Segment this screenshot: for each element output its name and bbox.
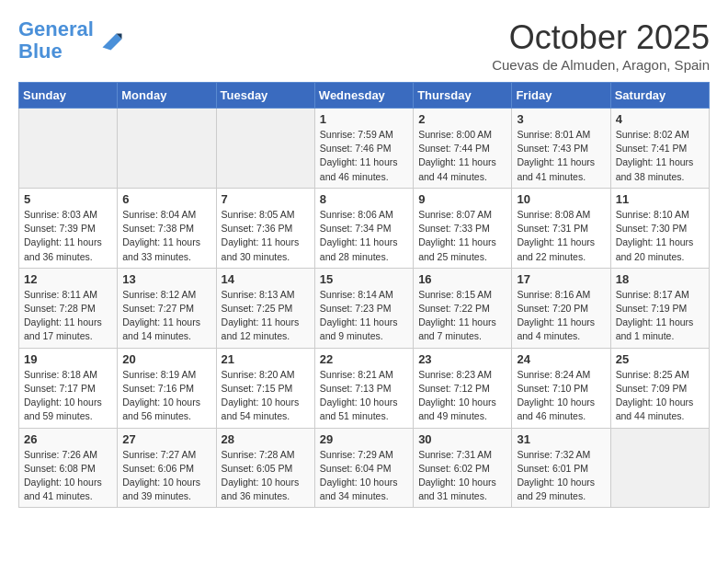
day-info: Sunrise: 7:59 AMSunset: 7:46 PMDaylight:…	[320, 128, 408, 184]
day-number: 20	[122, 352, 210, 366]
calendar-day-cell: 31Sunrise: 7:32 AMSunset: 6:01 PMDayligh…	[512, 428, 610, 508]
calendar-day-cell: 22Sunrise: 8:21 AMSunset: 7:13 PMDayligh…	[314, 348, 413, 428]
day-number: 4	[616, 112, 704, 126]
logo-icon	[96, 27, 123, 54]
calendar-body: 1Sunrise: 7:59 AMSunset: 7:46 PMDaylight…	[19, 109, 710, 508]
weekday-header-cell: Saturday	[610, 83, 709, 109]
day-info: Sunrise: 8:18 AMSunset: 7:17 PMDaylight:…	[24, 368, 112, 424]
day-number: 24	[517, 352, 605, 366]
location-subtitle: Cuevas de Almuden, Aragon, Spain	[492, 57, 710, 73]
calendar-day-cell	[610, 428, 709, 508]
day-info: Sunrise: 8:02 AMSunset: 7:41 PMDaylight:…	[616, 128, 704, 184]
weekday-header-cell: Wednesday	[314, 83, 413, 109]
day-info: Sunrise: 8:21 AMSunset: 7:13 PMDaylight:…	[320, 368, 408, 424]
day-number: 22	[320, 352, 408, 366]
day-number: 8	[320, 192, 408, 206]
day-number: 19	[24, 352, 112, 366]
calendar-day-cell: 5Sunrise: 8:03 AMSunset: 7:39 PMDaylight…	[19, 188, 118, 268]
weekday-header-row: SundayMondayTuesdayWednesdayThursdayFrid…	[19, 83, 710, 109]
day-number: 3	[517, 112, 605, 126]
day-info: Sunrise: 8:23 AMSunset: 7:12 PMDaylight:…	[418, 368, 506, 424]
day-info: Sunrise: 8:04 AMSunset: 7:38 PMDaylight:…	[122, 208, 210, 264]
calendar-week-row: 5Sunrise: 8:03 AMSunset: 7:39 PMDaylight…	[19, 188, 710, 268]
day-info: Sunrise: 8:17 AMSunset: 7:19 PMDaylight:…	[616, 288, 704, 344]
day-number: 26	[24, 432, 112, 446]
day-info: Sunrise: 7:28 AMSunset: 6:05 PMDaylight:…	[222, 448, 310, 504]
day-info: Sunrise: 8:24 AMSunset: 7:10 PMDaylight:…	[517, 368, 605, 424]
day-info: Sunrise: 8:14 AMSunset: 7:23 PMDaylight:…	[320, 288, 408, 344]
calendar-day-cell	[118, 109, 216, 189]
weekday-header-cell: Sunday	[19, 83, 118, 109]
day-info: Sunrise: 8:19 AMSunset: 7:16 PMDaylight:…	[122, 368, 210, 424]
day-info: Sunrise: 8:10 AMSunset: 7:30 PMDaylight:…	[616, 208, 704, 264]
day-info: Sunrise: 8:12 AMSunset: 7:27 PMDaylight:…	[122, 288, 210, 344]
calendar-week-row: 19Sunrise: 8:18 AMSunset: 7:17 PMDayligh…	[19, 348, 710, 428]
page-header: GeneralBlue October 2025 Cuevas de Almud…	[18, 18, 710, 73]
day-info: Sunrise: 8:03 AMSunset: 7:39 PMDaylight:…	[24, 208, 112, 264]
calendar-day-cell	[216, 109, 314, 189]
day-number: 23	[418, 352, 506, 366]
day-number: 9	[418, 192, 506, 206]
day-info: Sunrise: 8:05 AMSunset: 7:36 PMDaylight:…	[222, 208, 310, 264]
calendar-day-cell: 15Sunrise: 8:14 AMSunset: 7:23 PMDayligh…	[314, 268, 413, 348]
day-number: 14	[222, 272, 310, 286]
calendar-day-cell: 23Sunrise: 8:23 AMSunset: 7:12 PMDayligh…	[414, 348, 512, 428]
day-number: 17	[517, 272, 605, 286]
day-number: 7	[222, 192, 310, 206]
calendar-day-cell: 28Sunrise: 7:28 AMSunset: 6:05 PMDayligh…	[216, 428, 314, 508]
day-number: 30	[418, 432, 506, 446]
calendar-day-cell: 2Sunrise: 8:00 AMSunset: 7:44 PMDaylight…	[414, 109, 512, 189]
day-number: 28	[222, 432, 310, 446]
logo: GeneralBlue	[18, 18, 123, 63]
day-number: 5	[24, 192, 112, 206]
day-number: 13	[122, 272, 210, 286]
calendar-day-cell: 10Sunrise: 8:08 AMSunset: 7:31 PMDayligh…	[512, 188, 610, 268]
calendar-day-cell: 26Sunrise: 7:26 AMSunset: 6:08 PMDayligh…	[19, 428, 118, 508]
calendar-day-cell: 1Sunrise: 7:59 AMSunset: 7:46 PMDaylight…	[314, 109, 413, 189]
calendar-week-row: 12Sunrise: 8:11 AMSunset: 7:28 PMDayligh…	[19, 268, 710, 348]
day-info: Sunrise: 8:01 AMSunset: 7:43 PMDaylight:…	[517, 128, 605, 184]
calendar-day-cell: 13Sunrise: 8:12 AMSunset: 7:27 PMDayligh…	[118, 268, 216, 348]
day-info: Sunrise: 8:11 AMSunset: 7:28 PMDaylight:…	[24, 288, 112, 344]
day-number: 10	[517, 192, 605, 206]
calendar-table: SundayMondayTuesdayWednesdayThursdayFrid…	[18, 82, 710, 508]
day-info: Sunrise: 7:27 AMSunset: 6:06 PMDaylight:…	[122, 448, 210, 504]
calendar-day-cell: 18Sunrise: 8:17 AMSunset: 7:19 PMDayligh…	[610, 268, 709, 348]
day-number: 2	[418, 112, 506, 126]
weekday-header-cell: Friday	[512, 83, 610, 109]
day-number: 21	[222, 352, 310, 366]
calendar-day-cell: 20Sunrise: 8:19 AMSunset: 7:16 PMDayligh…	[118, 348, 216, 428]
month-title: October 2025	[492, 18, 710, 57]
day-number: 15	[320, 272, 408, 286]
day-info: Sunrise: 8:25 AMSunset: 7:09 PMDaylight:…	[616, 368, 704, 424]
logo-text: GeneralBlue	[18, 18, 94, 63]
calendar-day-cell: 7Sunrise: 8:05 AMSunset: 7:36 PMDaylight…	[216, 188, 314, 268]
day-info: Sunrise: 7:29 AMSunset: 6:04 PMDaylight:…	[320, 448, 408, 504]
calendar-day-cell: 17Sunrise: 8:16 AMSunset: 7:20 PMDayligh…	[512, 268, 610, 348]
calendar-day-cell: 27Sunrise: 7:27 AMSunset: 6:06 PMDayligh…	[118, 428, 216, 508]
day-number: 12	[24, 272, 112, 286]
weekday-header-cell: Thursday	[414, 83, 512, 109]
day-number: 16	[418, 272, 506, 286]
day-info: Sunrise: 8:15 AMSunset: 7:22 PMDaylight:…	[418, 288, 506, 344]
day-info: Sunrise: 7:26 AMSunset: 6:08 PMDaylight:…	[24, 448, 112, 504]
calendar-day-cell: 30Sunrise: 7:31 AMSunset: 6:02 PMDayligh…	[414, 428, 512, 508]
day-info: Sunrise: 8:13 AMSunset: 7:25 PMDaylight:…	[222, 288, 310, 344]
day-number: 27	[122, 432, 210, 446]
calendar-day-cell: 16Sunrise: 8:15 AMSunset: 7:22 PMDayligh…	[414, 268, 512, 348]
calendar-day-cell: 14Sunrise: 8:13 AMSunset: 7:25 PMDayligh…	[216, 268, 314, 348]
day-info: Sunrise: 8:08 AMSunset: 7:31 PMDaylight:…	[517, 208, 605, 264]
calendar-day-cell: 4Sunrise: 8:02 AMSunset: 7:41 PMDaylight…	[610, 109, 709, 189]
calendar-day-cell: 24Sunrise: 8:24 AMSunset: 7:10 PMDayligh…	[512, 348, 610, 428]
calendar-day-cell: 9Sunrise: 8:07 AMSunset: 7:33 PMDaylight…	[414, 188, 512, 268]
calendar-day-cell	[19, 109, 118, 189]
day-number: 29	[320, 432, 408, 446]
day-info: Sunrise: 8:00 AMSunset: 7:44 PMDaylight:…	[418, 128, 506, 184]
calendar-week-row: 26Sunrise: 7:26 AMSunset: 6:08 PMDayligh…	[19, 428, 710, 508]
calendar-week-row: 1Sunrise: 7:59 AMSunset: 7:46 PMDaylight…	[19, 109, 710, 189]
calendar-day-cell: 6Sunrise: 8:04 AMSunset: 7:38 PMDaylight…	[118, 188, 216, 268]
calendar-day-cell: 19Sunrise: 8:18 AMSunset: 7:17 PMDayligh…	[19, 348, 118, 428]
calendar-day-cell: 3Sunrise: 8:01 AMSunset: 7:43 PMDaylight…	[512, 109, 610, 189]
weekday-header-cell: Monday	[118, 83, 216, 109]
calendar-day-cell: 21Sunrise: 8:20 AMSunset: 7:15 PMDayligh…	[216, 348, 314, 428]
